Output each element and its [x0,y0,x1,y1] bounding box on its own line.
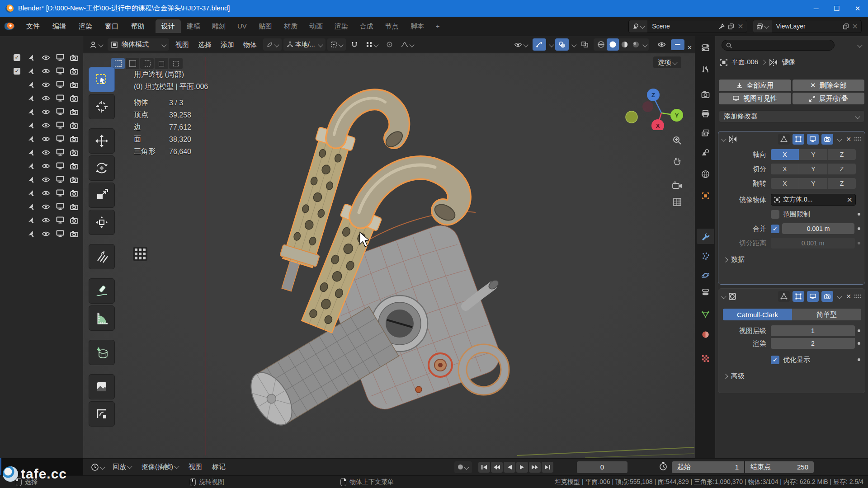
close-button[interactable]: ✕ [847,0,868,17]
properties-tab-modifiers[interactable] [697,229,714,244]
hide-eye-icon[interactable] [42,203,50,210]
mirror-1-axis-X[interactable]: X [771,164,799,174]
play-button[interactable] [516,462,528,473]
selectable-icon[interactable] [28,67,36,75]
properties-tab-physics[interactable] [697,267,714,283]
outliner-row-9[interactable] [0,173,83,186]
proportional-falloff-dropdown[interactable] [398,38,417,51]
tool-image-reference[interactable] [89,374,115,399]
drag-handle-icon[interactable] [854,137,861,141]
mirror-2-axis-Y[interactable]: Y [799,178,828,189]
mirror-0-axis-Y[interactable]: Y [799,149,828,160]
hide-eye-icon[interactable] [42,81,50,88]
mode-selector[interactable]: 物体模式 [108,38,169,51]
mirror-1-axis-Z[interactable]: Z [828,164,856,174]
outliner-row-13[interactable] [0,227,83,240]
timeline-menu-0[interactable]: 回放 [108,463,137,471]
render-disable-icon[interactable] [70,217,78,224]
timeline-menu-3[interactable]: 标记 [207,463,231,471]
hide-eye-icon[interactable] [42,95,50,102]
select-mode-box[interactable] [126,58,139,69]
outliner-row-3[interactable] [0,91,83,105]
edit-mode-toggle[interactable] [793,134,804,145]
render-disable-icon[interactable] [70,163,78,169]
visibility-dropdown[interactable] [511,38,531,51]
viewport-disable-icon[interactable] [56,122,64,129]
blender-menu-icon[interactable] [5,23,14,30]
shading-material-icon[interactable] [619,38,630,51]
menu-2[interactable]: 渲染 [72,19,99,33]
selectable-icon[interactable] [28,149,36,156]
render-disable-icon[interactable] [70,230,78,237]
catmull-clark-button[interactable]: Catmull-Clark [723,309,792,320]
viewport-disable-icon[interactable] [56,149,64,156]
add-modifier-dropdown[interactable]: 添加修改器 [719,110,864,122]
merge-checkbox[interactable]: ✓ [771,225,779,233]
pin-icon[interactable] [718,23,725,30]
floating-grid-button[interactable] [133,247,147,261]
tool-annotate[interactable] [89,278,115,304]
workspace-tab-11[interactable]: + [430,19,446,33]
outliner-row-8[interactable] [0,159,83,173]
properties-tab-particles[interactable] [697,248,714,263]
viewport-menu-2[interactable]: 添加 [216,38,239,51]
selectable-icon[interactable] [28,135,36,143]
workspace-tab-4[interactable]: 贴图 [253,19,278,33]
workspace-tab-7[interactable]: 渲染 [329,19,354,33]
transform-orientation[interactable]: 本地/... [283,38,326,51]
selectable-icon[interactable] [28,162,36,170]
workspace-tab-9[interactable]: 节点 [379,19,405,33]
select-mode-lasso[interactable] [155,58,168,69]
tool-measure[interactable] [89,305,115,331]
workspace-tab-3[interactable]: UV [231,19,253,33]
mirror-modifier-header[interactable]: ✕ [718,131,865,147]
menu-4[interactable]: 帮助 [125,19,151,33]
properties-filter-dropdown[interactable] [857,42,862,47]
viewport-disable-icon[interactable] [56,216,64,224]
properties-tab-tool[interactable] [697,61,714,77]
workspace-tab-5[interactable]: 材质 [278,19,303,33]
shading-wireframe-icon[interactable] [595,38,607,51]
outliner-row-12[interactable] [0,213,83,227]
expand-collapse-button[interactable]: 展开/折叠 [793,93,865,104]
outliner-row-4[interactable] [0,105,83,118]
options-dropdown[interactable]: 选项 [653,56,681,68]
frame-start-field[interactable]: 起始1 [672,461,744,473]
render-disable-icon[interactable] [70,203,78,210]
render-toggle[interactable] [821,291,833,302]
selectable-icon[interactable] [28,94,36,102]
collapse-icon[interactable] [721,294,726,299]
simple-button[interactable]: 简单型 [792,309,861,320]
snap-magnet-icon[interactable] [348,38,361,51]
render-disable-icon[interactable] [70,190,78,197]
viewport-disable-icon[interactable] [56,162,64,169]
outliner-row-5[interactable] [0,118,83,132]
animate-dot[interactable] [858,329,860,332]
optimal-display-checkbox[interactable]: ✓ [771,356,779,364]
mirror-object-field[interactable]: 立方体.0... ✕ [771,194,856,206]
advanced-section-toggle[interactable]: 高级 [724,372,865,380]
shading-rendered-icon[interactable] [630,38,642,51]
viewport-disable-icon[interactable] [56,176,64,183]
clear-object-icon[interactable]: ✕ [847,196,853,204]
hide-eye-icon[interactable] [42,190,50,197]
hide-eye-icon[interactable] [42,217,50,224]
selectable-icon[interactable] [28,108,36,116]
mirror-1-axis-Y[interactable]: Y [799,164,828,174]
hide-eye-icon[interactable] [42,163,50,169]
bisect-distance-field[interactable]: 0.001 m [771,238,855,249]
xray-toggle[interactable] [578,38,592,51]
render-disable-icon[interactable] [70,136,78,142]
render-disable-icon[interactable] [70,122,78,129]
viewport-disable-icon[interactable] [56,81,64,88]
select-mode-circle[interactable] [140,58,154,69]
hide-eye-icon[interactable] [42,149,50,156]
apply-all-button[interactable]: 全部应用 [719,80,791,91]
selectable-icon[interactable] [28,176,36,183]
hide-eye-icon[interactable] [42,68,50,75]
subdivision-modifier-header[interactable]: ✕ [718,289,865,304]
hide-eye-icon[interactable] [42,230,50,237]
pivot-point-dropdown[interactable] [327,38,346,51]
on-cage-toggle[interactable] [778,291,790,302]
snap-target-dropdown[interactable] [363,38,381,51]
